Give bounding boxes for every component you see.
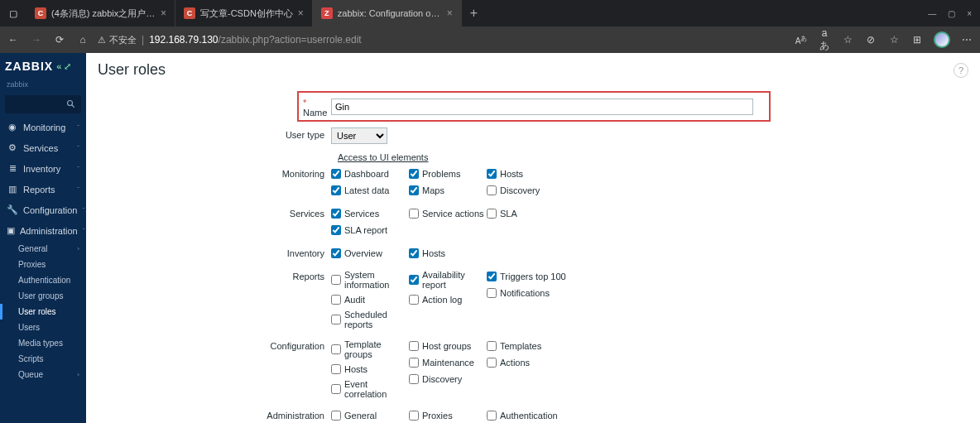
profile-avatar[interactable] bbox=[934, 31, 950, 48]
tabs-menu-icon[interactable]: ▢ bbox=[0, 8, 26, 19]
reports-icon: ▥ bbox=[7, 184, 18, 195]
close-icon[interactable]: × bbox=[447, 7, 453, 19]
help-icon[interactable]: ? bbox=[954, 63, 968, 78]
chevron-icon: ˇ bbox=[77, 144, 79, 151]
collapse-icon[interactable]: « ⤢ bbox=[56, 61, 71, 72]
services-label: Services bbox=[98, 207, 331, 219]
administration-icon: ▣ bbox=[7, 225, 15, 236]
usertype-select[interactable]: User bbox=[331, 127, 387, 144]
chk-problems[interactable]: Problems bbox=[409, 167, 487, 180]
main-content: User roles ? * Name User type User Acces… bbox=[86, 53, 980, 423]
chevron-icon: ˇ bbox=[82, 206, 84, 214]
chk-overview[interactable]: Overview bbox=[331, 247, 409, 260]
services-icon: ⚙ bbox=[7, 142, 18, 153]
chk-services[interactable]: Services bbox=[331, 207, 409, 220]
nav-label: Administration bbox=[20, 226, 78, 236]
chk-notifications[interactable]: Notifications bbox=[487, 286, 611, 300]
chk-hosts[interactable]: Hosts bbox=[487, 167, 611, 180]
new-tab-button[interactable]: + bbox=[462, 6, 486, 21]
nav-label: Configuration bbox=[23, 205, 77, 215]
inventory-icon: ≣ bbox=[7, 163, 18, 174]
admin-sub-general[interactable]: General› bbox=[0, 241, 86, 257]
chk-audit[interactable]: Audit bbox=[331, 293, 409, 306]
browser-tab[interactable]: C写文章-CSDN创作中心× bbox=[175, 0, 313, 26]
chk-templates[interactable]: Templates bbox=[487, 339, 611, 353]
chk-host-groups[interactable]: Host groups bbox=[409, 339, 487, 353]
home-icon[interactable]: ⌂ bbox=[76, 34, 89, 46]
nav-label: Services bbox=[23, 143, 72, 153]
nav-services[interactable]: ⚙Servicesˇ bbox=[0, 137, 86, 158]
admin-sub-queue[interactable]: Queue› bbox=[0, 367, 86, 382]
refresh-icon[interactable]: ⟳ bbox=[53, 34, 66, 46]
admin-sub-user-groups[interactable]: User groups bbox=[0, 288, 86, 304]
chevron-icon: ˇ bbox=[77, 165, 79, 172]
svg-line-1 bbox=[72, 105, 74, 108]
chk-authentication[interactable]: Authentication bbox=[487, 409, 611, 422]
close-icon[interactable]: × bbox=[161, 7, 166, 19]
chk-sla-report[interactable]: SLA report bbox=[331, 224, 409, 237]
chk-event-correlation[interactable]: Event correlation bbox=[331, 379, 409, 399]
chk-system-information[interactable]: System information bbox=[331, 270, 409, 290]
admin-sub-media-types[interactable]: Media types bbox=[0, 335, 86, 351]
browser-tab[interactable]: Zzabbix: Configuration of user rol× bbox=[313, 0, 462, 26]
chk-scheduled-reports[interactable]: Scheduled reports bbox=[331, 310, 409, 329]
admin-sub-proxies[interactable]: Proxies bbox=[0, 257, 86, 272]
monitoring-label: Monitoring bbox=[98, 167, 331, 179]
more-icon[interactable]: ⋯ bbox=[960, 34, 973, 46]
sidebar-search[interactable] bbox=[5, 95, 81, 113]
chk-triggers-top-100[interactable]: Triggers top 100 bbox=[487, 270, 611, 283]
chk-maps[interactable]: Maps bbox=[409, 184, 487, 197]
nav-reports[interactable]: ▥Reportsˇ bbox=[0, 179, 86, 199]
admin-sub-scripts[interactable]: Scripts bbox=[0, 351, 86, 367]
chk-proxies[interactable]: Proxies bbox=[409, 409, 487, 422]
nav-inventory[interactable]: ≣Inventoryˇ bbox=[0, 158, 86, 179]
chk-discovery[interactable]: Discovery bbox=[409, 373, 487, 386]
chk-latest-data[interactable]: Latest data bbox=[331, 184, 409, 197]
forward-icon[interactable]: → bbox=[30, 34, 43, 46]
name-input[interactable] bbox=[331, 99, 753, 115]
security-warning: ⚠ 不安全 bbox=[98, 34, 137, 46]
maximize-icon[interactable]: ▢ bbox=[948, 9, 955, 18]
close-icon[interactable]: × bbox=[298, 7, 304, 19]
minimize-icon[interactable]: — bbox=[928, 9, 936, 18]
address-bar[interactable]: ⚠ 不安全 | 192.168.79.130/zabbix.php?action… bbox=[98, 34, 786, 46]
admin-sub-user-roles[interactable]: User roles bbox=[0, 304, 86, 320]
chevron-icon: ˆ bbox=[83, 227, 85, 234]
chk-hosts[interactable]: Hosts bbox=[409, 247, 487, 260]
chk-discovery[interactable]: Discovery bbox=[487, 184, 611, 197]
sidebar: ZABBIX « ⤢ zabbix ◉Monitoringˇ⚙Servicesˇ… bbox=[0, 53, 86, 423]
nav-administration[interactable]: ▣Administrationˆ bbox=[0, 220, 86, 241]
translate-icon[interactable]: aあ bbox=[818, 27, 831, 53]
chk-action-log[interactable]: Action log bbox=[409, 293, 487, 306]
close-window-icon[interactable]: × bbox=[967, 9, 972, 18]
back-icon[interactable]: ← bbox=[7, 34, 20, 46]
configuration-label: Configuration bbox=[98, 339, 331, 351]
chk-actions[interactable]: Actions bbox=[487, 356, 611, 369]
window-controls: — ▢ × bbox=[928, 9, 980, 18]
chk-hosts[interactable]: Hosts bbox=[331, 363, 409, 376]
zabbix-logo[interactable]: ZABBIX bbox=[5, 60, 53, 73]
chk-service-actions[interactable]: Service actions bbox=[409, 207, 487, 220]
favorites-star-icon[interactable]: ☆ bbox=[841, 34, 854, 46]
collections-icon[interactable]: ⊞ bbox=[910, 34, 924, 46]
chk-template-groups[interactable]: Template groups bbox=[331, 339, 409, 359]
admin-sub-users[interactable]: Users bbox=[0, 320, 86, 335]
chevron-icon: ˇ bbox=[77, 185, 79, 193]
chk-availability-report[interactable]: Availability report bbox=[409, 270, 487, 290]
chk-sla[interactable]: SLA bbox=[487, 207, 611, 220]
text-size-icon[interactable]: Aあ bbox=[795, 34, 808, 46]
monitoring-icon: ◉ bbox=[7, 122, 18, 132]
admin-sub-authentication[interactable]: Authentication bbox=[0, 272, 86, 288]
sync-icon[interactable]: ⊘ bbox=[864, 34, 877, 46]
nav-monitoring[interactable]: ◉Monitoringˇ bbox=[0, 117, 86, 137]
browser-tab[interactable]: C(4条消息) zabbix之用户和组以及× bbox=[26, 0, 175, 26]
chevron-right-icon: › bbox=[77, 371, 79, 378]
nav-label: Reports bbox=[23, 185, 72, 195]
favorites-bar-icon[interactable]: ☆ bbox=[887, 34, 901, 46]
administration-label: Administration bbox=[98, 409, 331, 421]
nav-configuration[interactable]: 🔧Configurationˇ bbox=[0, 199, 86, 220]
chk-general[interactable]: General bbox=[331, 409, 409, 422]
chk-dashboard[interactable]: Dashboard bbox=[331, 167, 409, 180]
svg-point-0 bbox=[68, 101, 73, 106]
chk-maintenance[interactable]: Maintenance bbox=[409, 356, 487, 369]
